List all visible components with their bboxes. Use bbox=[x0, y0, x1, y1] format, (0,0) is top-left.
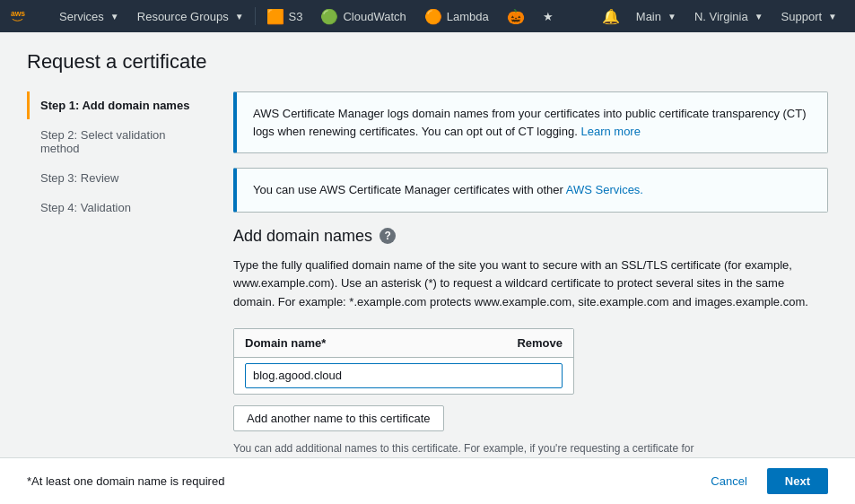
sidebar-item-step4[interactable]: Step 4: Validation bbox=[27, 194, 215, 222]
sidebar-item-step3[interactable]: Step 3: Review bbox=[27, 164, 215, 192]
nav-star[interactable]: ★ bbox=[534, 0, 563, 32]
resource-groups-caret: ▼ bbox=[235, 12, 244, 22]
aws-logo[interactable]: aws bbox=[9, 5, 43, 27]
info-box-aws-services: You can use AWS Certificate Manager cert… bbox=[233, 168, 828, 213]
cloudwatch-icon: 🟢 bbox=[320, 8, 338, 25]
support-menu[interactable]: Support ▼ bbox=[772, 0, 846, 32]
info-box-ct-text: AWS Certificate Manager logs domain name… bbox=[253, 107, 807, 138]
required-note: *At least one domain name is required bbox=[27, 474, 700, 488]
star-icon: ★ bbox=[543, 10, 554, 23]
page-container: Request a certificate Step 1: Add domain… bbox=[0, 32, 855, 504]
domain-table: Domain name* Remove bbox=[233, 328, 574, 395]
main-content: AWS Certificate Manager logs domain name… bbox=[233, 91, 828, 489]
page-title: Request a certificate bbox=[27, 50, 828, 74]
region-menu[interactable]: N. Virginia ▼ bbox=[685, 0, 772, 32]
nav-cloudwatch[interactable]: 🟢 CloudWatch bbox=[311, 0, 414, 32]
misc-icon-1: 🎃 bbox=[507, 8, 525, 25]
sidebar-item-step1-label: Step 1: Add domain names bbox=[40, 99, 189, 112]
sidebar-item-step2-label: Step 2: Select validation method bbox=[40, 128, 205, 155]
nav-divider-1 bbox=[255, 7, 256, 25]
svg-text:aws: aws bbox=[11, 9, 25, 18]
section-title-text: Add domain names bbox=[233, 227, 372, 246]
aws-services-link[interactable]: AWS Services. bbox=[566, 183, 643, 196]
info-box-ct-logging: AWS Certificate Manager logs domain name… bbox=[233, 91, 828, 153]
info-box-ct-link[interactable]: Learn more bbox=[580, 125, 640, 138]
sidebar-item-step1[interactable]: Step 1: Add domain names bbox=[27, 91, 215, 119]
domain-name-input[interactable] bbox=[245, 363, 563, 388]
help-icon[interactable]: ? bbox=[380, 228, 396, 244]
resource-groups-menu[interactable]: Resource Groups ▼ bbox=[128, 0, 253, 32]
section-description: Type the fully qualified domain name of … bbox=[233, 256, 828, 312]
sidebar-item-step4-label: Step 4: Validation bbox=[40, 201, 131, 214]
domain-table-header: Domain name* Remove bbox=[234, 329, 573, 358]
nav-s3[interactable]: 🟧 S3 bbox=[257, 0, 312, 32]
cancel-button[interactable]: Cancel bbox=[700, 469, 757, 493]
s3-icon: 🟧 bbox=[266, 8, 284, 25]
bell-icon[interactable]: 🔔 bbox=[595, 8, 627, 25]
add-another-name-label: Add another name to this certificate bbox=[247, 412, 431, 425]
sidebar-item-step2[interactable]: Step 2: Select validation method bbox=[27, 121, 215, 162]
top-navigation: aws Services ▼ Resource Groups ▼ 🟧 S3 🟢 … bbox=[0, 0, 855, 32]
sidebar-item-step3-label: Step 3: Review bbox=[40, 171, 118, 185]
footer-actions: Cancel Next bbox=[700, 468, 828, 494]
main-caret: ▼ bbox=[667, 12, 676, 22]
main-menu[interactable]: Main ▼ bbox=[627, 0, 685, 32]
add-another-name-button[interactable]: Add another name to this certificate bbox=[233, 405, 444, 431]
col-remove-header: Remove bbox=[509, 336, 563, 350]
support-caret: ▼ bbox=[828, 12, 837, 22]
footer-bar: *At least one domain name is required Ca… bbox=[0, 457, 855, 504]
col-domain-name-header: Domain name* bbox=[245, 336, 509, 350]
nav-misc-1[interactable]: 🎃 bbox=[498, 0, 534, 32]
content-layout: Step 1: Add domain names Step 2: Select … bbox=[27, 91, 828, 489]
next-button[interactable]: Next bbox=[767, 468, 828, 494]
lambda-icon: 🟠 bbox=[424, 8, 442, 25]
services-caret: ▼ bbox=[110, 12, 119, 22]
nav-lambda[interactable]: 🟠 Lambda bbox=[415, 0, 498, 32]
region-caret: ▼ bbox=[755, 12, 763, 22]
nav-right-section: 🔔 Main ▼ N. Virginia ▼ Support ▼ bbox=[595, 0, 846, 32]
add-domain-section-title: Add domain names ? bbox=[233, 227, 828, 246]
domain-table-row bbox=[234, 358, 573, 394]
info-box-aws-text: You can use AWS Certificate Manager cert… bbox=[253, 183, 563, 196]
services-menu[interactable]: Services ▼ bbox=[50, 0, 128, 32]
sidebar: Step 1: Add domain names Step 2: Select … bbox=[27, 91, 215, 489]
